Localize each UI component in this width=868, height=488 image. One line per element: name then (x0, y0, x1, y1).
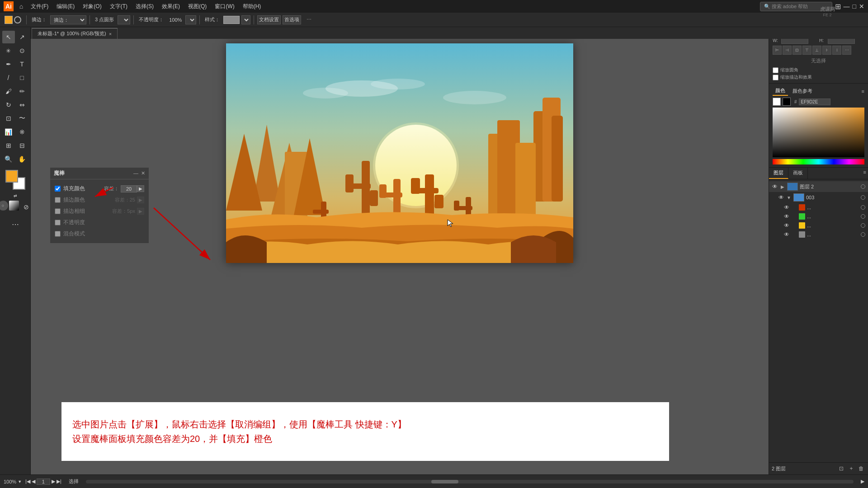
hand-tool[interactable]: ✋ (16, 153, 28, 165)
layer-item[interactable]: 👁 ... (769, 212, 868, 221)
artwork-canvas[interactable] (226, 43, 573, 263)
pen-tool[interactable]: ✒ (2, 58, 15, 70)
fill-color-swatch[interactable] (5, 16, 13, 24)
preferences-btn[interactable]: 首选项 (283, 15, 301, 24)
layer-visibility-icon[interactable]: 👁 (772, 183, 778, 190)
fg-color-swatch[interactable] (5, 170, 18, 183)
layer-visibility-icon[interactable]: 👁 (783, 213, 790, 220)
panel-minimize-btn[interactable]: — (133, 170, 138, 176)
next-page-btn[interactable]: ▶ (52, 479, 55, 484)
layer-expand-icon[interactable] (792, 205, 797, 210)
zoom-dropdown-icon[interactable]: ▼ (18, 479, 22, 484)
layer-target-circle[interactable] (861, 214, 865, 219)
layer-target-circle[interactable] (861, 195, 865, 200)
layer-expand-icon[interactable]: ▶ (780, 184, 785, 189)
delete-layer-btn[interactable]: 🗑 (857, 465, 865, 473)
stroke-color-swatch[interactable] (14, 16, 21, 23)
first-page-btn[interactable]: |◀ (25, 479, 30, 484)
fill-tolerance-value[interactable]: 20 (121, 185, 137, 192)
scroll-right-btn[interactable]: ▶ (861, 479, 864, 484)
symbol-tool[interactable]: ※ (16, 126, 28, 138)
layer-visibility-icon[interactable]: 👁 (783, 204, 790, 211)
horizontal-scrollbar[interactable] (86, 480, 854, 483)
gradient-btn[interactable] (9, 201, 19, 211)
scroll-thumb[interactable] (431, 480, 458, 483)
swap-colors-btn[interactable]: ⇄ (12, 192, 19, 199)
stroke-tolerance-increment[interactable]: ▶ (137, 197, 144, 203)
point-select[interactable] (118, 15, 130, 24)
menu-object[interactable]: 对象(O) (79, 2, 105, 11)
opacity-select[interactable] (185, 15, 196, 24)
artboards-tab[interactable]: 画板 (788, 168, 808, 179)
more-tools-btn[interactable]: ⋯ (9, 218, 22, 230)
none-fill-btn[interactable]: ⊘ (20, 201, 33, 213)
align-center-v-btn[interactable]: ⊥ (812, 46, 821, 55)
menu-type[interactable]: 文字(T) (106, 2, 131, 11)
scale-stroke-checkbox[interactable] (773, 75, 778, 80)
opacity-checkbox[interactable] (55, 220, 61, 225)
stroke-width-increment[interactable]: ▶ (137, 208, 144, 215)
menu-file[interactable]: 文件(F) (27, 2, 52, 11)
align-top-btn[interactable]: ⊤ (802, 46, 811, 55)
stroke-color-checkbox[interactable] (55, 197, 61, 203)
prev-page-btn[interactable]: ◀ (32, 479, 35, 484)
distribute-v-btn[interactable]: ⋯ (842, 46, 851, 55)
hex-color-input[interactable]: EF9D2E (799, 99, 830, 105)
create-new-layer-btn[interactable]: + (847, 465, 855, 473)
hue-slider[interactable] (773, 159, 864, 164)
layer-target-circle[interactable] (861, 223, 865, 228)
layer-target-circle[interactable] (861, 205, 865, 210)
align-center-h-btn[interactable]: ⊣ (783, 46, 792, 55)
zoom-control[interactable]: 100% ▼ (4, 479, 22, 484)
line-tool[interactable]: / (2, 71, 15, 84)
canvas-area[interactable]: 选中图片点击【扩展】，鼠标右击选择【取消编组】，使用【魔棒工具 快捷键：Y】 设… (31, 39, 769, 474)
paintbrush-tool[interactable]: 🖌 (2, 85, 15, 98)
layer-visibility-icon[interactable]: 👁 (783, 222, 790, 229)
make-clipping-mask-btn[interactable]: ⊡ (837, 465, 845, 473)
menu-effect[interactable]: 效果(E) (158, 2, 184, 11)
panel-close-btn[interactable]: ✕ (141, 170, 145, 176)
black-swatch[interactable] (783, 98, 791, 106)
color-mode-btn[interactable]: ○ (0, 201, 8, 211)
align-left-btn[interactable]: ⊢ (773, 46, 782, 55)
layers-menu-btn[interactable]: ≡ (862, 168, 868, 179)
home-icon[interactable]: ⌂ (16, 1, 26, 11)
menu-edit[interactable]: 编辑(E) (53, 2, 78, 11)
layer-item[interactable]: 👁 ... (769, 221, 868, 230)
magic-wand-tool[interactable]: ✳ (2, 44, 15, 57)
pencil-tool[interactable]: ✏ (16, 85, 28, 98)
color-gradient[interactable] (773, 108, 864, 157)
tab-close-btn[interactable]: × (109, 31, 112, 37)
fill-color-checkbox[interactable] (55, 186, 61, 192)
layer-item[interactable]: 👁 ... (769, 203, 868, 212)
last-page-btn[interactable]: ▶| (57, 479, 61, 484)
layer-expand-icon[interactable] (792, 223, 797, 228)
slice-tool[interactable]: ⊟ (16, 139, 28, 152)
layer-target-circle[interactable] (861, 232, 865, 237)
layer-expand-icon[interactable]: ▼ (786, 195, 792, 200)
scale-corners-checkbox[interactable] (773, 67, 778, 73)
menu-window[interactable]: 窗口(W) (211, 2, 238, 11)
graph-tool[interactable]: 📊 (2, 126, 15, 138)
style-swatch[interactable] (223, 16, 240, 24)
zoom-tool[interactable]: 🔍 (2, 153, 15, 165)
type-tool[interactable]: T (16, 58, 28, 70)
blend-mode-checkbox[interactable] (55, 231, 61, 237)
white-swatch[interactable] (773, 98, 781, 106)
layer-visibility-icon[interactable]: 👁 (778, 194, 784, 201)
fill-tolerance-increment[interactable]: ▶ (137, 185, 144, 192)
color-options-btn[interactable]: ≡ (862, 89, 864, 94)
layer-visibility-icon[interactable]: 👁 (783, 231, 790, 238)
doc-settings-btn[interactable]: 文档设置 (257, 15, 281, 24)
rect-tool[interactable]: □ (16, 71, 28, 84)
direct-select-tool[interactable]: ↗ (16, 31, 28, 43)
layers-tab[interactable]: 图层 (769, 168, 788, 179)
select-tool[interactable]: ↖ (2, 31, 15, 43)
extra-controls[interactable]: ⋯ (305, 16, 313, 23)
style-select[interactable] (241, 15, 250, 24)
color-tab[interactable]: 颜色 (773, 86, 788, 96)
menu-select[interactable]: 选择(S) (132, 2, 157, 11)
align-bottom-btn[interactable]: ⊦ (822, 46, 831, 55)
brush-select[interactable]: 摘边： (50, 15, 86, 24)
layer-item[interactable]: 👁 ▼ 003 (769, 192, 868, 203)
